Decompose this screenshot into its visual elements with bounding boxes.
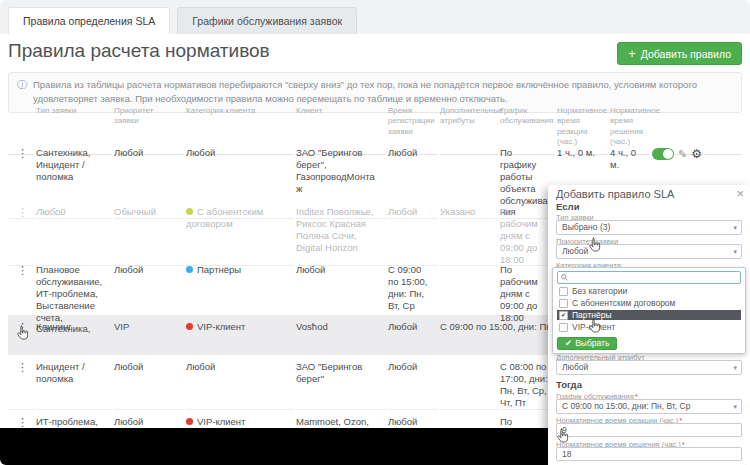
- category-dot: [186, 323, 193, 330]
- check-icon: ✔: [565, 338, 572, 348]
- plus-icon: +: [628, 47, 636, 60]
- category-dot: [186, 418, 193, 425]
- info-icon: ⓘ: [17, 78, 27, 93]
- cell-priority: Любой: [114, 355, 184, 410]
- cell-schedule: По рабочим дням с 09:00 до 18:00: [500, 200, 555, 266]
- then-section-label: Тогда: [556, 379, 742, 390]
- cell-attrs: [440, 355, 498, 410]
- cell-attrs: Указано: [440, 200, 498, 266]
- schedule-select[interactable]: С 09:00 по 15:00, дни: Пн, Вт, Ср ▾: [556, 399, 742, 414]
- cell-priority: VIP: [114, 315, 184, 355]
- if-section-label: Если: [556, 201, 742, 212]
- drag-handle-icon[interactable]: ⋮: [8, 315, 34, 355]
- screenshot-bottom-mask: [0, 428, 548, 465]
- cell-client: ЗАО "Берингов берег": [296, 355, 386, 410]
- checkbox-checked-icon: ✔: [559, 311, 568, 320]
- cell-reg-time: Любой: [388, 315, 438, 355]
- add-rule-label: Добавить правило: [641, 48, 731, 60]
- resolution-time-input[interactable]: 18: [556, 447, 742, 461]
- checkbox-icon: [559, 299, 568, 308]
- category-option[interactable]: С абонентским договором: [557, 298, 741, 308]
- search-icon: [561, 274, 568, 281]
- cell-category: VIP-клиент: [186, 315, 294, 355]
- chevron-down-icon: ▾: [733, 221, 737, 234]
- modal-title: Добавить правило SLA: [556, 188, 742, 200]
- tab-sla-rules[interactable]: Правила определения SLA: [8, 7, 170, 34]
- cell-schedule: С 08:00 по 17:00, дни: Пн, Вт, Ср, Чт, П…: [500, 355, 555, 410]
- cell-reg-time: Любой: [388, 200, 438, 266]
- choose-button[interactable]: ✔ Выбрать: [557, 337, 617, 350]
- tab-service-schedules[interactable]: Графики обслуживания заявок: [177, 7, 357, 34]
- app-window: Правила определения SLA Графики обслужив…: [0, 0, 750, 465]
- cell-client: Inditex Поволжье, Риксос Красная Поляна …: [296, 200, 386, 266]
- category-option[interactable]: VIP-клиент: [557, 322, 741, 332]
- gear-icon[interactable]: ⚙: [691, 148, 702, 160]
- cell-category: Любой: [186, 355, 294, 410]
- checkbox-icon: [559, 323, 568, 332]
- category-search-input[interactable]: [557, 271, 741, 284]
- chevron-down-icon: ▾: [733, 400, 737, 413]
- cell-client: Vosħod: [296, 315, 386, 355]
- add-sla-rule-modal: Добавить правило SLA × Если Тип заявки В…: [548, 185, 750, 465]
- cell-type: Клининг: [36, 315, 112, 355]
- cell-category: С абонентским договором: [186, 200, 294, 266]
- category-option[interactable]: Без категории: [557, 286, 741, 296]
- edit-icon[interactable]: ✎: [678, 148, 687, 160]
- close-icon[interactable]: ×: [736, 186, 744, 201]
- chevron-down-icon: ▾: [733, 361, 737, 374]
- info-text: Правила из таблицы расчета нормативов пе…: [33, 79, 697, 104]
- reaction-time-input[interactable]: 9: [556, 423, 742, 437]
- drag-handle-icon[interactable]: ⋮: [8, 200, 34, 266]
- category-option-selected[interactable]: ✔ Партнёры: [557, 310, 741, 320]
- cell-type: Любой: [36, 200, 112, 266]
- priority-select[interactable]: Любой ▾: [556, 244, 742, 259]
- category-dot: [186, 208, 193, 215]
- cell-schedule: С 09:00 по 15:00, дни: Пн, Вт, Ср: [440, 315, 555, 355]
- checkbox-icon: [559, 287, 568, 296]
- tab-bar: Правила определения SLA Графики обслужив…: [0, 0, 750, 34]
- type-select[interactable]: Выбрано (3) ▾: [556, 220, 742, 235]
- cell-priority: Обычный: [114, 200, 184, 266]
- category-dropdown: Без категории С абонентским договором ✔ …: [552, 267, 746, 354]
- cell-type: Инцидент / поломка: [36, 355, 112, 410]
- attr-select[interactable]: Любой ▾: [556, 360, 742, 375]
- drag-handle-icon[interactable]: ⋮: [8, 355, 34, 410]
- chevron-down-icon: ▾: [733, 245, 737, 258]
- add-rule-button[interactable]: + Добавить правило: [617, 42, 742, 65]
- cell-reg-time: Любой: [388, 355, 438, 410]
- rule-enabled-toggle[interactable]: [652, 148, 674, 160]
- category-dot: [186, 266, 193, 273]
